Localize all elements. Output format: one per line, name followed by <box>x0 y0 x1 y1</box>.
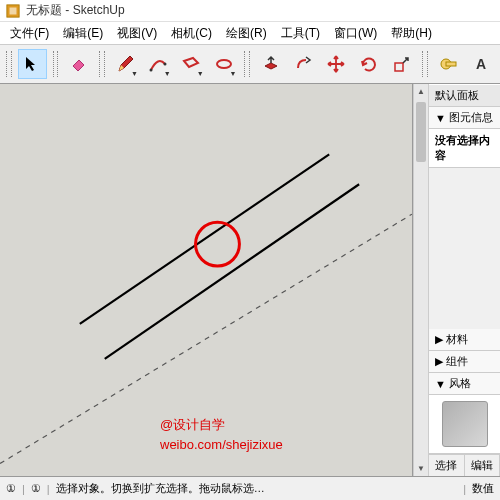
circle-tool[interactable]: ▼ <box>210 49 239 79</box>
menu-help[interactable]: 帮助(H) <box>385 23 438 44</box>
eraser-tool[interactable] <box>64 49 93 79</box>
app-logo-icon <box>6 4 20 18</box>
svg-point-2 <box>150 69 153 72</box>
toolbar-grip[interactable] <box>6 51 12 77</box>
svg-rect-7 <box>446 62 456 66</box>
default-panel-header[interactable]: 默认面板 <box>429 84 500 107</box>
svg-point-3 <box>164 63 167 66</box>
svg-point-4 <box>217 60 231 68</box>
menu-view[interactable]: 视图(V) <box>111 23 163 44</box>
watermark-line2: weibo.com/shejizixue <box>160 435 283 455</box>
svg-line-10 <box>105 184 359 359</box>
text-tool[interactable]: A <box>467 49 496 79</box>
scroll-thumb[interactable] <box>416 102 426 162</box>
entity-info-body: 没有选择内容 <box>429 129 500 168</box>
tape-tool[interactable] <box>434 49 463 79</box>
expand-icon: ▶ <box>435 355 443 368</box>
side-panel: 默认面板 ▼图元信息 没有选择内容 ▶材料 ▶组件 ▼风格 选择 编辑 <box>428 84 500 476</box>
toolbar-grip[interactable] <box>99 51 105 77</box>
menu-edit[interactable]: 编辑(E) <box>57 23 109 44</box>
style-tabs: 选择 编辑 <box>429 454 500 476</box>
tab-edit[interactable]: 编辑 <box>465 455 501 476</box>
toolbar-grip[interactable] <box>53 51 59 77</box>
styles-body <box>429 395 500 454</box>
value-label: 数值 <box>472 481 494 496</box>
tab-select[interactable]: 选择 <box>429 455 465 476</box>
status-sep: | <box>22 483 25 495</box>
style-thumbnail[interactable] <box>442 401 488 447</box>
rotate-tool[interactable] <box>355 49 384 79</box>
components-header[interactable]: ▶组件 <box>429 351 500 373</box>
status-icon[interactable]: ① <box>6 482 16 495</box>
status-bar: ① | ① | 选择对象。切换到扩充选择。拖动鼠标选… | 数值 <box>0 476 500 500</box>
scroll-down-arrow[interactable]: ▼ <box>414 461 428 476</box>
pushpull-tool[interactable] <box>256 49 285 79</box>
svg-rect-5 <box>395 63 403 71</box>
styles-header[interactable]: ▼风格 <box>429 373 500 395</box>
scale-tool[interactable] <box>388 49 417 79</box>
expand-icon: ▶ <box>435 333 443 346</box>
select-tool[interactable] <box>18 49 47 79</box>
window-title: 无标题 - SketchUp <box>26 2 125 19</box>
status-sep: | <box>463 483 466 495</box>
arc-tool[interactable]: ▼ <box>144 49 173 79</box>
svg-line-11 <box>80 154 329 324</box>
status-message: 选择对象。切换到扩充选择。拖动鼠标选… <box>56 481 457 496</box>
status-icon[interactable]: ① <box>31 482 41 495</box>
rectangle-tool[interactable]: ▼ <box>177 49 206 79</box>
scroll-up-arrow[interactable]: ▲ <box>414 84 428 99</box>
offset-tool[interactable] <box>289 49 318 79</box>
viewport[interactable]: @设计自学 weibo.com/shejizixue <box>0 84 413 476</box>
scrollbar-vertical[interactable]: ▲ ▼ <box>413 84 428 476</box>
toolbar-grip[interactable] <box>244 51 250 77</box>
watermark: @设计自学 weibo.com/shejizixue <box>160 415 283 454</box>
watermark-line1: @设计自学 <box>160 415 283 435</box>
menu-camera[interactable]: 相机(C) <box>165 23 218 44</box>
collapse-icon: ▼ <box>435 378 446 390</box>
svg-text:A: A <box>476 56 486 72</box>
svg-rect-1 <box>10 7 17 14</box>
pencil-tool[interactable]: ▼ <box>111 49 140 79</box>
toolbar-grip[interactable] <box>422 51 428 77</box>
menu-file[interactable]: 文件(F) <box>4 23 55 44</box>
menu-bar: 文件(F) 编辑(E) 视图(V) 相机(C) 绘图(R) 工具(T) 窗口(W… <box>0 22 500 44</box>
status-sep: | <box>47 483 50 495</box>
toolbar: ▼ ▼ ▼ ▼ A <box>0 44 500 84</box>
materials-header[interactable]: ▶材料 <box>429 329 500 351</box>
svg-point-12 <box>196 222 240 266</box>
move-tool[interactable] <box>322 49 351 79</box>
entity-info-header[interactable]: ▼图元信息 <box>429 107 500 129</box>
collapse-icon: ▼ <box>435 112 446 124</box>
menu-draw[interactable]: 绘图(R) <box>220 23 273 44</box>
menu-window[interactable]: 窗口(W) <box>328 23 383 44</box>
menu-tools[interactable]: 工具(T) <box>275 23 326 44</box>
